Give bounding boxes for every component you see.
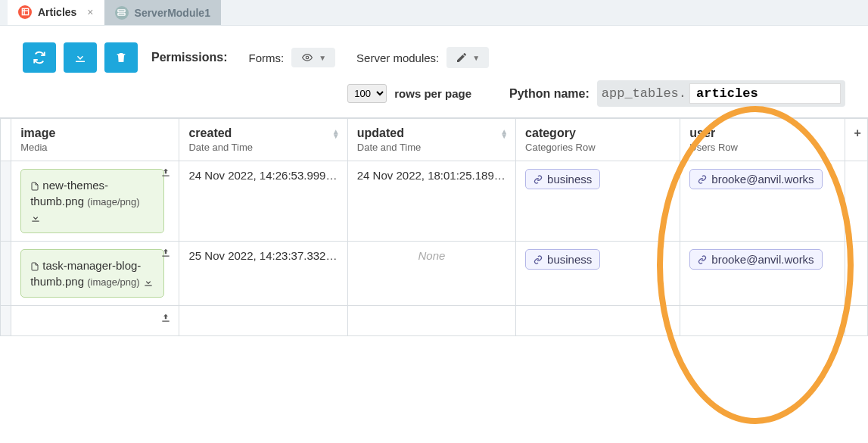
column-header-user[interactable]: user Users Row: [680, 119, 845, 161]
category-link-chip[interactable]: business: [525, 249, 600, 270]
forms-label: Forms:: [248, 51, 284, 64]
category-link-chip[interactable]: business: [525, 169, 600, 189]
cell-user[interactable]: brooke@anvil.works: [680, 242, 845, 306]
python-name-field: app_tables.: [597, 80, 845, 107]
forms-permission-button[interactable]: ▼: [291, 48, 335, 67]
row-handle[interactable]: [1, 242, 11, 306]
cell-empty[interactable]: [680, 306, 845, 336]
cell-category[interactable]: business: [516, 161, 680, 242]
svg-rect-8: [145, 285, 151, 286]
cell-image-empty[interactable]: [11, 306, 179, 336]
rows-per-page-select[interactable]: 100: [347, 84, 387, 103]
row-end: [845, 306, 867, 336]
tab-articles[interactable]: Articles ×: [8, 0, 104, 25]
close-icon[interactable]: ×: [87, 6, 93, 18]
file-icon: [30, 259, 42, 272]
cell-category[interactable]: business: [516, 242, 680, 306]
cell-empty[interactable]: [516, 306, 680, 336]
media-file-chip[interactable]: task-manager-blog-thumb.png (image/png): [20, 249, 164, 298]
toolbar: Permissions: Forms: ▼ Server modules: ▼: [0, 26, 868, 80]
table-row[interactable]: task-manager-blog-thumb.png (image/png) …: [1, 242, 868, 306]
svg-rect-5: [76, 61, 85, 63]
cell-image[interactable]: task-manager-blog-thumb.png (image/png): [11, 242, 179, 306]
chevron-down-icon: ▼: [319, 54, 326, 62]
server-icon: [115, 6, 129, 20]
file-icon: [30, 179, 42, 192]
svg-rect-4: [118, 13, 125, 15]
svg-rect-3: [118, 10, 125, 12]
server-modules-label: Server modules:: [356, 51, 439, 64]
media-mime: (image/png): [87, 276, 139, 288]
svg-rect-7: [32, 221, 39, 222]
server-modules-permission: Server modules: ▼: [356, 47, 489, 68]
tab-label: ServerModule1: [135, 7, 210, 19]
sort-icon[interactable]: ▲▼: [500, 129, 508, 139]
cell-user[interactable]: brooke@anvil.works: [680, 161, 845, 242]
cell-empty[interactable]: [347, 306, 515, 336]
permissions-label: Permissions:: [151, 51, 227, 64]
row-handle-header: [1, 119, 11, 161]
media-mime: (image/png): [87, 196, 139, 207]
pencil-icon: [456, 51, 468, 64]
user-link-chip[interactable]: brooke@anvil.works: [689, 169, 822, 189]
cell-image[interactable]: new-themes-thumb.png (image/png): [11, 161, 179, 242]
column-header-category[interactable]: category Categories Row: [516, 119, 680, 161]
table-header-row: image Media created Date and Time ▲▼ upd…: [1, 119, 868, 161]
row-handle[interactable]: [1, 161, 11, 242]
table-row[interactable]: new-themes-thumb.png (image/png) 24 Nov …: [1, 161, 868, 242]
download-button[interactable]: [64, 42, 97, 73]
add-column-button[interactable]: +: [845, 119, 867, 161]
upload-icon[interactable]: [160, 310, 171, 323]
user-link-chip[interactable]: brooke@anvil.works: [689, 249, 822, 270]
data-table: image Media created Date and Time ▲▼ upd…: [0, 117, 868, 336]
column-header-created[interactable]: created Date and Time ▲▼: [179, 119, 347, 161]
sub-toolbar: 100 rows per page Python name: app_table…: [0, 80, 868, 117]
upload-icon[interactable]: [160, 246, 171, 258]
delete-button[interactable]: [104, 42, 138, 73]
cell-updated[interactable]: None: [347, 242, 515, 306]
media-file-chip[interactable]: new-themes-thumb.png (image/png): [20, 169, 164, 233]
column-header-updated[interactable]: updated Date and Time ▲▼: [347, 119, 515, 161]
server-modules-permission-button[interactable]: ▼: [446, 47, 489, 68]
python-name-label: Python name:: [509, 87, 590, 101]
svg-point-6: [306, 56, 309, 59]
cell-updated[interactable]: 24 Nov 2022, 18:01:25.1896…: [347, 161, 515, 242]
python-name-prefix: app_tables.: [602, 86, 686, 101]
table-icon: [18, 5, 32, 19]
svg-rect-0: [22, 8, 28, 14]
python-name-input[interactable]: [689, 83, 841, 104]
row-handle[interactable]: [1, 306, 11, 336]
column-header-image[interactable]: image Media: [11, 119, 179, 161]
tab-label: Articles: [38, 6, 76, 18]
rows-per-page-label: rows per page: [394, 87, 471, 100]
table-row-new[interactable]: [1, 306, 868, 336]
upload-icon[interactable]: [160, 166, 171, 178]
action-buttons: [23, 42, 138, 73]
row-end: [845, 161, 867, 242]
tab-servermodule1[interactable]: ServerModule1: [104, 0, 221, 25]
download-icon[interactable]: [143, 275, 154, 288]
eye-icon: [300, 52, 314, 63]
row-end: [845, 242, 867, 306]
forms-permission: Forms: ▼: [248, 48, 335, 67]
refresh-button[interactable]: [23, 42, 56, 73]
cell-created[interactable]: 25 Nov 2022, 14:23:37.332…: [179, 242, 347, 306]
sort-icon[interactable]: ▲▼: [332, 129, 340, 139]
cell-empty[interactable]: [179, 306, 347, 336]
chevron-down-icon: ▼: [472, 54, 480, 62]
tab-bar: Articles × ServerModule1: [0, 0, 868, 26]
download-icon[interactable]: [30, 211, 41, 223]
cell-created[interactable]: 24 Nov 2022, 14:26:53.999…: [179, 161, 347, 242]
